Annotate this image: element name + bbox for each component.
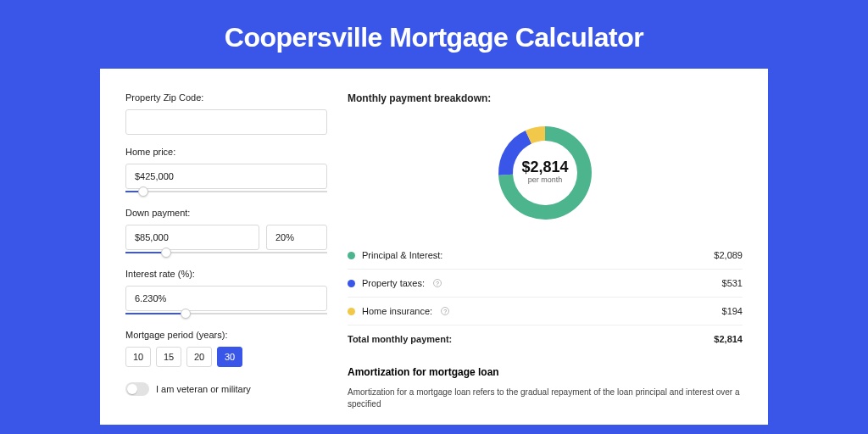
home-price-input[interactable] [125, 164, 327, 189]
donut-svg: $2,814 per month [490, 118, 600, 228]
interest-rate-slider[interactable] [125, 309, 327, 318]
legend-value: $194 [722, 306, 743, 316]
zip-field-row: Property Zip Code: [125, 92, 327, 135]
veteran-toggle-row: I am veteran or military [125, 382, 327, 396]
breakdown-title: Monthly payment breakdown: [348, 92, 743, 104]
help-icon[interactable]: ? [433, 279, 442, 287]
interest-rate-input[interactable] [125, 286, 327, 311]
home-price-row: Home price: [125, 147, 327, 196]
home-price-slider-thumb[interactable] [138, 186, 148, 197]
legend-total-row: Total monthly payment: $2,814 [348, 326, 743, 358]
legend-label: Home insurance: [362, 306, 432, 316]
down-payment-label: Down payment: [125, 208, 327, 218]
legend-value: $531 [722, 278, 743, 288]
legend-total-value: $2,814 [714, 334, 743, 344]
donut-chart: $2,814 per month [348, 114, 743, 242]
down-payment-slider-fill [125, 252, 166, 253]
legend-value: $2,089 [714, 250, 743, 260]
home-price-label: Home price: [125, 147, 327, 157]
page-title: Coopersville Mortgage Calculator [0, 0, 868, 69]
legend-total-label: Total monthly payment: [348, 334, 452, 344]
legend: Principal & Interest:$2,089Property taxe… [348, 242, 743, 326]
home-price-slider[interactable] [125, 187, 327, 196]
donut-center-amount: $2,814 [521, 159, 568, 175]
down-payment-slider[interactable] [125, 248, 327, 257]
veteran-toggle[interactable] [125, 382, 149, 396]
inputs-panel: Property Zip Code: Home price: Down paym… [125, 92, 327, 425]
interest-rate-label: Interest rate (%): [125, 269, 327, 279]
period-button-30[interactable]: 30 [217, 347, 242, 367]
down-payment-pct-input[interactable] [266, 225, 327, 250]
mortgage-period-row: Mortgage period (years): 10152030 [125, 330, 327, 367]
down-payment-input[interactable] [125, 225, 259, 250]
amortization-title: Amortization for mortgage loan [348, 366, 743, 378]
zip-label: Property Zip Code: [125, 92, 327, 103]
legend-label: Principal & Interest: [362, 250, 442, 260]
legend-dot [348, 308, 355, 315]
interest-rate-slider-fill [125, 313, 186, 314]
breakdown-panel: Monthly payment breakdown: $2,814 per mo… [348, 92, 743, 425]
mortgage-period-label: Mortgage period (years): [125, 330, 327, 340]
interest-rate-slider-thumb[interactable] [181, 309, 191, 319]
legend-row: Property taxes:?$531 [348, 270, 743, 298]
legend-row: Principal & Interest:$2,089 [348, 242, 743, 270]
period-button-10[interactable]: 10 [125, 347, 151, 367]
legend-row: Home insurance:?$194 [348, 298, 743, 326]
amortization-text: Amortization for a mortgage loan refers … [348, 387, 743, 410]
legend-dot [348, 280, 355, 287]
down-payment-slider-thumb[interactable] [161, 248, 171, 258]
help-icon[interactable]: ? [441, 307, 449, 315]
veteran-toggle-label: I am veteran or military [156, 384, 251, 394]
down-payment-row: Down payment: [125, 208, 327, 257]
donut-center-sub: per month [528, 175, 563, 184]
legend-label: Property taxes: [362, 278, 425, 288]
legend-dot [348, 252, 355, 259]
zip-input[interactable] [125, 109, 327, 135]
period-button-20[interactable]: 20 [186, 347, 212, 367]
period-button-15[interactable]: 15 [156, 347, 181, 367]
interest-rate-row: Interest rate (%): [125, 269, 327, 318]
calculator-card: Property Zip Code: Home price: Down paym… [100, 69, 768, 425]
